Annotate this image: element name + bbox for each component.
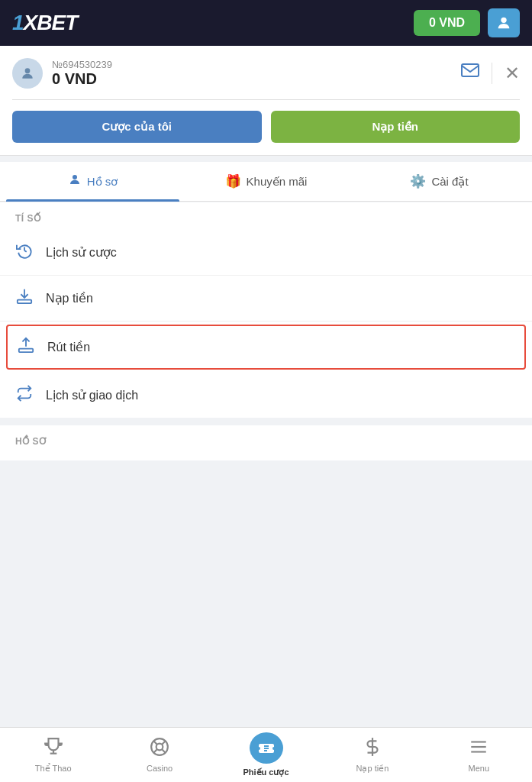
svg-point-1: [25, 68, 31, 73]
nav-sports-label: Thể Thao: [35, 764, 72, 774]
nav-casino-label: Casino: [147, 764, 172, 773]
menu-item-withdraw[interactable]: Rút tiền: [6, 325, 526, 370]
section2: Hồ Sơ: [0, 425, 532, 460]
svg-point-11: [156, 744, 163, 751]
account-card: №694530239 0 VND ✕ Cược của tôi Nạp tiền: [0, 46, 532, 156]
user-icon: [495, 15, 512, 31]
avatar-icon: [20, 66, 35, 81]
tabs-section: Hồ sơ 🎁 Khuyến mãi ⚙️ Cài đặt: [0, 162, 532, 202]
svg-point-0: [501, 18, 506, 23]
withdraw-icon: [17, 337, 35, 357]
nav-topup-label: Nạp tiền: [356, 764, 389, 774]
svg-line-13: [162, 749, 166, 753]
menu-item-transaction-history[interactable]: Lịch sử giao dịch: [0, 373, 532, 418]
account-number: №694530239: [52, 59, 452, 70]
svg-line-12: [153, 741, 157, 745]
svg-rect-2: [462, 64, 479, 76]
account-info: №694530239 0 VND ✕: [12, 58, 520, 100]
casino-icon: [150, 737, 169, 761]
menu-icon: [469, 737, 488, 761]
vertical-divider: [492, 63, 492, 84]
tab-profile-icon: [68, 173, 82, 190]
svg-line-5: [24, 250, 27, 252]
tab-profile[interactable]: Hồ sơ: [6, 162, 179, 201]
tab-promotions[interactable]: 🎁 Khuyến mãi: [179, 162, 353, 201]
section1-label: Tí số: [0, 202, 532, 230]
ticket-icon: [250, 732, 283, 764]
tab-promotions-icon: 🎁: [225, 173, 241, 189]
svg-line-15: [153, 749, 157, 753]
svg-rect-6: [18, 300, 31, 304]
nav-menu-label: Menu: [469, 764, 490, 773]
menu-item-bet-history-label: Lịch sử cược: [46, 245, 117, 260]
trophy-icon: [44, 737, 63, 761]
message-icon[interactable]: [461, 63, 479, 83]
logo: 1XBET: [12, 11, 77, 35]
svg-line-14: [162, 741, 166, 745]
account-balance: 0 VND: [52, 70, 452, 88]
header: 1XBET 0 VND: [0, 0, 532, 46]
bottom-nav: Thể Thao Casino Phiếu cược: [0, 727, 532, 782]
history-icon: [15, 242, 34, 263]
menu-section-1: Tí số Lịch sử cược Nạp tiền: [0, 202, 532, 418]
menu-item-withdraw-label: Rút tiền: [47, 340, 90, 354]
nav-casino[interactable]: Casino: [106, 728, 212, 782]
nav-topup[interactable]: Nạp tiền: [319, 728, 425, 782]
nav-sports[interactable]: Thể Thao: [0, 728, 106, 782]
menu-item-deposit-label: Nạp tiền: [46, 291, 93, 305]
tab-settings-icon: ⚙️: [410, 173, 426, 189]
tab-promotions-label: Khuyến mãi: [247, 175, 308, 189]
deposit-button[interactable]: Nạp tiền: [271, 111, 521, 143]
tab-settings-label: Cài đặt: [431, 175, 468, 189]
avatar: [12, 58, 43, 89]
menu-item-deposit[interactable]: Nạp tiền: [0, 276, 532, 322]
tabs-row: Hồ sơ 🎁 Khuyến mãi ⚙️ Cài đặt: [0, 162, 532, 202]
deposit-icon: [15, 288, 34, 309]
menu-item-bet-history[interactable]: Lịch sử cược: [0, 230, 532, 276]
tab-profile-label: Hồ sơ: [87, 175, 118, 189]
user-icon-button[interactable]: [488, 8, 520, 37]
logo-text: 1XBET: [12, 11, 77, 35]
dollar-icon: [363, 737, 382, 761]
tab-settings[interactable]: ⚙️ Cài đặt: [353, 162, 526, 201]
svg-point-3: [73, 175, 77, 179]
account-buttons: Cược của tôi Nạp tiền: [12, 111, 520, 143]
nav-bets[interactable]: Phiếu cược: [213, 728, 319, 782]
nav-bets-label: Phiếu cược: [243, 767, 289, 777]
transfer-icon: [15, 385, 34, 406]
account-details: №694530239 0 VND: [52, 59, 452, 88]
section2-label: Hồ Sơ: [0, 425, 532, 453]
close-icon[interactable]: ✕: [505, 63, 520, 84]
nav-menu[interactable]: Menu: [426, 728, 532, 782]
header-right: 0 VND: [414, 8, 520, 37]
menu-item-transaction-history-label: Lịch sử giao dịch: [46, 388, 138, 402]
my-bets-button[interactable]: Cược của tôi: [12, 111, 262, 143]
balance-button[interactable]: 0 VND: [414, 10, 480, 36]
account-actions: ✕: [461, 63, 520, 84]
svg-rect-7: [19, 349, 33, 353]
